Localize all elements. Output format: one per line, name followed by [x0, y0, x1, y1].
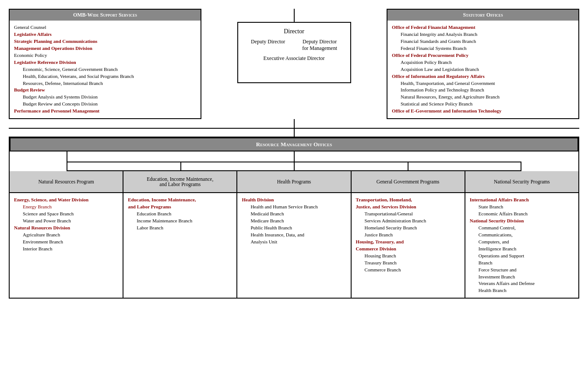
list-item: Health and Human Service Branch [250, 204, 346, 211]
list-item: Strategic Planning and Communications [14, 38, 196, 45]
top-grid: OMB-Wide Support Services General Counse… [9, 9, 579, 119]
list-item: Environment Branch [23, 239, 118, 246]
list-item: Natural Resources Division [14, 225, 118, 232]
list-item: Health Insurance, Data, andAnalysis Unit [250, 232, 346, 246]
list-item: International Affairs Branch [470, 197, 574, 204]
list-item: Force Structure andInvestment Branch [479, 267, 574, 281]
list-item: Agriculture Branch [23, 232, 118, 239]
statutory-box: Statutory Offices Office of Federal Fina… [387, 9, 579, 119]
health-col: Health Programs Health Division Health a… [237, 171, 351, 298]
education-col: Education, Income Maintenance,and Labor … [123, 171, 237, 298]
rmo-header: Resource Management Offices [10, 137, 578, 151]
list-item: Office of Federal Procurement Policy [392, 52, 574, 59]
list-item: Treasury Branch [365, 260, 460, 267]
list-item: Commerce Branch [365, 267, 460, 274]
list-item: Veterans Affairs and DefenseHealth Branc… [479, 280, 574, 294]
list-item: Command Control,Communications,Computers… [479, 225, 574, 253]
list-item: Natural Resources, Energy, and Agricultu… [401, 94, 574, 101]
list-item: Medicare Branch [250, 218, 346, 225]
list-item: Information Policy and Technology Branch [401, 87, 574, 94]
list-item: Health Division [242, 197, 346, 204]
director-title: Director [243, 28, 346, 35]
general-gov-col: General Government Programs Transportati… [352, 171, 465, 298]
list-item: Science and Space Branch [23, 211, 118, 218]
list-item: Legislative Affairs [14, 31, 196, 38]
list-item: State Branch [479, 204, 574, 211]
list-item: Performance and Personnel Management [14, 108, 196, 115]
general-gov-header: General Government Programs [352, 171, 465, 193]
list-item: Budget Analysis and Systems Division [23, 94, 196, 101]
director-sub: Deputy Director Deputy Directorfor Manag… [243, 39, 346, 52]
statutory-header: Statutory Offices [387, 10, 578, 21]
list-item: Labor Branch [137, 225, 232, 232]
rmo-container: Resource Management Offices [9, 137, 579, 151]
list-item: Transportation, Homeland,Justice, and Se… [356, 197, 460, 211]
omb-content: General Counsel Legislative Affairs Stra… [10, 21, 201, 118]
list-item: Health, Transportation, and General Gove… [401, 80, 574, 87]
list-item: Financial Integrity and Analysis Branch [401, 31, 574, 38]
deputy-director-management: Deputy Directorfor Management [302, 39, 337, 52]
omb-header: OMB-Wide Support Services [10, 10, 201, 21]
rmo-offices-connector [9, 151, 579, 171]
offices-row: Natural Resources Program Energy, Scienc… [9, 171, 579, 299]
list-item: Acquisition Policy Branch [401, 59, 574, 66]
list-item: Acquisition Law and Legislation Branch [401, 66, 574, 73]
national-security-header: National Security Programs [465, 171, 578, 193]
list-item: Public Health Branch [250, 225, 346, 232]
list-item: Homeland Security Branch [365, 225, 460, 232]
general-gov-content: Transportation, Homeland,Justice, and Se… [352, 193, 465, 277]
top-rmo-connector [9, 119, 579, 137]
list-item: Economic, Science, General Government Br… [23, 66, 196, 73]
top-center: Director Deputy Director Deputy Director… [201, 9, 387, 119]
list-item: Federal Financial Systems Branch [401, 45, 574, 52]
health-content: Health Division Health and Human Service… [237, 193, 350, 249]
list-item: Interior Branch [23, 246, 118, 253]
list-item: Management and Operations Division [14, 45, 196, 52]
education-content: Education, Income Maintenance,and Labor … [123, 193, 236, 235]
education-header: Education, Income Maintenance,and Labor … [123, 171, 236, 193]
list-item: Housing Branch [365, 253, 460, 260]
health-header: Health Programs [237, 171, 350, 193]
list-item: Economic Affairs Branch [479, 211, 574, 218]
list-item: Education Branch [137, 211, 232, 218]
deputy-director: Deputy Director [251, 39, 285, 52]
list-item: Statistical and Science Policy Branch [401, 101, 574, 108]
list-item: Energy Branch [23, 204, 118, 211]
list-item: Energy, Science, and Water Division [14, 197, 118, 204]
list-item: Health, Education, Veterans, and Social … [23, 73, 196, 80]
list-item: General Counsel [14, 24, 196, 31]
list-item: Transportational/GeneralServices Adminis… [365, 211, 460, 225]
list-item: Legislative Reference Division [14, 59, 196, 66]
natural-resources-col: Natural Resources Program Energy, Scienc… [10, 171, 123, 298]
list-item: Operations and SupportBranch [479, 253, 574, 267]
list-item: Budget Review and Concepts Division [23, 101, 196, 108]
omb-wide-box: OMB-Wide Support Services General Counse… [9, 9, 201, 119]
national-security-content: International Affairs Branch State Branc… [465, 193, 578, 298]
list-item: Resources, Defense, International Branch [23, 80, 196, 87]
org-chart: OMB-Wide Support Services General Counse… [9, 9, 579, 364]
director-box: Director Deputy Director Deputy Director… [237, 22, 351, 83]
list-item: Education, Income Maintenance,and Labor … [128, 197, 232, 211]
list-item: Housing, Treasury, andCommerce Division [356, 239, 460, 253]
national-security-col: National Security Programs International… [465, 171, 578, 298]
list-item: National Security Division [470, 218, 574, 225]
list-item: Office of Federal Financial Management [392, 24, 574, 31]
list-item: Income Maintenance Branch [137, 218, 232, 225]
list-item: Water and Power Branch [23, 218, 118, 225]
natural-resources-content: Energy, Science, and Water Division Ener… [10, 193, 123, 256]
list-item: Budget Review [14, 87, 196, 94]
list-item: Justice Branch [365, 232, 460, 239]
list-item: Economic Policy [14, 52, 196, 59]
list-item: Office of Information and Regulatory Aff… [392, 73, 574, 80]
list-item: Medicaid Branch [250, 211, 346, 218]
natural-resources-header: Natural Resources Program [10, 171, 123, 193]
list-item: Office of E-Government and Information T… [392, 108, 574, 115]
exec-associate: Executive Associate Director [243, 55, 346, 62]
list-item: Financial Standards and Grants Branch [401, 38, 574, 45]
statutory-content: Office of Federal Financial Management F… [387, 21, 578, 118]
